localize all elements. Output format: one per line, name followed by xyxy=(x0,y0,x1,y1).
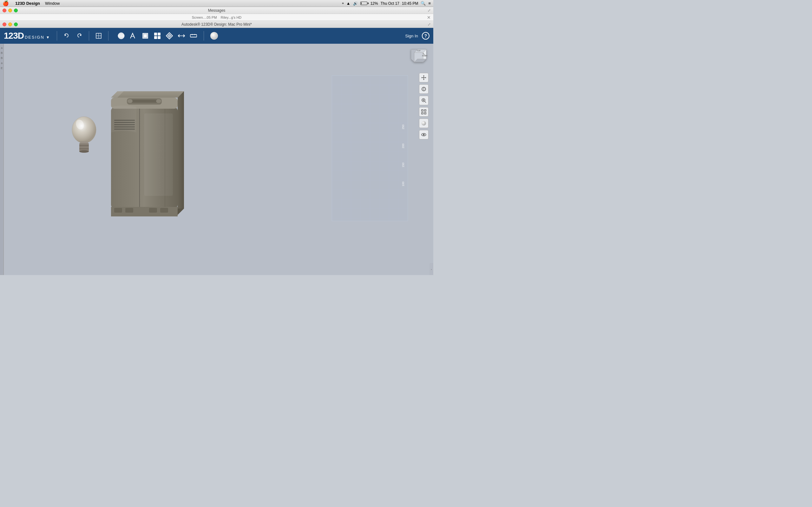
battery-percent: 12% xyxy=(370,1,378,6)
search-icon[interactable]: 🔍 xyxy=(420,1,426,6)
group-button[interactable] xyxy=(176,30,187,42)
svg-rect-82 xyxy=(424,112,426,114)
render-mode-control[interactable] xyxy=(419,118,428,128)
notification-expand[interactable]: ✕ xyxy=(427,15,431,20)
menu-window[interactable]: Window xyxy=(45,1,60,6)
svg-text:150: 150 xyxy=(402,163,405,167)
close-button[interactable] xyxy=(3,9,6,12)
construct-button[interactable] xyxy=(140,30,151,42)
svg-marker-64 xyxy=(177,91,184,215)
svg-rect-12 xyxy=(154,36,157,39)
notification-text: Screen....05 PM Riley...g's HD xyxy=(192,15,242,19)
svg-marker-1 xyxy=(80,34,81,36)
menu-app-name[interactable]: 123D Design xyxy=(15,1,40,6)
bluetooth-icon: ⌖ xyxy=(342,1,344,5)
svg-rect-56 xyxy=(160,208,168,213)
svg-text:RIGHT: RIGHT xyxy=(422,55,427,57)
view-cube[interactable]: TOP BACK RIGHT xyxy=(408,47,429,68)
svg-marker-71 xyxy=(425,77,426,78)
svg-line-76 xyxy=(425,101,426,103)
app-window-title: Autodesk® 123D® Design: Mac Pro Mini* xyxy=(182,22,252,26)
lightbulb-object[interactable] xyxy=(70,113,98,156)
measurement-plane: 100 150 200 250 xyxy=(332,75,408,221)
toolbar-right: Sign In ? xyxy=(405,32,429,40)
svg-rect-38 xyxy=(79,143,89,145)
svg-marker-65 xyxy=(177,209,184,215)
orbit-control[interactable] xyxy=(419,84,428,94)
macos-menubar: 🍎 123D Design Window ⌖ ▲ 🔊 12% Thu Oct 1… xyxy=(0,0,433,7)
measure-button[interactable] xyxy=(188,30,199,42)
fullscreen-button[interactable]: ⤢ xyxy=(427,8,431,13)
nav-controls xyxy=(419,72,428,139)
app-fullscreen-btn[interactable]: ⤢ xyxy=(427,22,431,26)
svg-rect-79 xyxy=(421,110,423,111)
modify-button[interactable] xyxy=(152,30,163,42)
svg-point-6 xyxy=(118,35,124,37)
apple-menu[interactable]: 🍎 xyxy=(3,0,9,6)
svg-rect-55 xyxy=(149,208,157,213)
svg-rect-53 xyxy=(114,208,122,213)
notification-bar: Screen....05 PM Riley...g's HD ✕ xyxy=(0,14,433,21)
svg-text:250: 250 xyxy=(402,124,405,129)
menubar-right: ⌖ ▲ 🔊 12% Thu Oct 17 10:45 PM 🔍 ≡ xyxy=(342,1,431,6)
lightbulb-svg xyxy=(70,113,98,155)
select-tool-button[interactable] xyxy=(94,31,104,41)
logo-dropdown-arrow[interactable]: ▼ xyxy=(46,35,50,40)
maximize-button[interactable] xyxy=(14,9,18,12)
volume-icon: 🔊 xyxy=(353,1,358,6)
svg-rect-10 xyxy=(154,33,157,36)
grid-svg: 100 150 200 250 xyxy=(332,75,408,221)
battery-icon xyxy=(360,2,367,5)
app-logo: 123D DESIGN ▼ xyxy=(4,31,50,41)
minimize-button[interactable] xyxy=(8,9,12,12)
toolbar-divider-2 xyxy=(89,31,89,41)
svg-point-50 xyxy=(128,99,133,103)
logo-123d: 123D xyxy=(4,31,24,41)
help-button[interactable]: ? xyxy=(422,32,429,40)
svg-rect-49 xyxy=(130,100,159,103)
svg-point-51 xyxy=(156,99,161,103)
main-viewport[interactable]: a B B a E TOP BACK RIGHT xyxy=(0,44,433,275)
right-panel-collapse[interactable]: › xyxy=(429,263,433,275)
app-traffic-lights xyxy=(3,22,18,26)
left-panel-item: B xyxy=(1,51,3,55)
left-panel-item: a xyxy=(1,46,3,49)
primitives-button[interactable] xyxy=(115,30,127,42)
svg-marker-69 xyxy=(423,79,424,80)
pan-control[interactable] xyxy=(419,73,428,82)
svg-rect-81 xyxy=(421,112,423,114)
svg-marker-68 xyxy=(423,75,424,76)
app-minimize-button[interactable] xyxy=(8,22,12,26)
left-panel-item: B xyxy=(1,56,3,60)
sign-in-button[interactable]: Sign In xyxy=(405,34,418,38)
mac-pro-mini-model[interactable] xyxy=(98,88,200,229)
app-maximize-button[interactable] xyxy=(14,22,18,26)
left-panel-item: E xyxy=(1,66,3,70)
svg-text:100: 100 xyxy=(402,181,405,186)
undo-button[interactable] xyxy=(61,31,72,41)
pattern-button[interactable] xyxy=(164,30,175,42)
notification-center-icon[interactable]: ≡ xyxy=(428,1,431,6)
zoom-control[interactable] xyxy=(419,96,428,105)
svg-rect-30 xyxy=(332,75,408,221)
toolbar-divider-1 xyxy=(57,31,57,41)
messages-window-chrome: Messages ⤢ xyxy=(0,7,433,14)
messages-window-title: Messages xyxy=(208,8,225,13)
svg-point-84 xyxy=(423,134,425,135)
svg-rect-37 xyxy=(80,141,88,143)
redo-button[interactable] xyxy=(74,31,84,41)
fit-view-control[interactable] xyxy=(419,107,428,117)
logo-design: DESIGN xyxy=(25,35,44,40)
toolbar-tools xyxy=(115,30,199,42)
visibility-control[interactable] xyxy=(419,130,428,139)
model-svg xyxy=(98,88,200,228)
material-button[interactable] xyxy=(208,30,220,42)
view-cube-svg: TOP BACK RIGHT xyxy=(408,47,429,68)
toolbar-divider-3 xyxy=(108,31,108,41)
app-window-chrome: Autodesk® 123D® Design: Mac Pro Mini* ⤢ xyxy=(0,21,433,28)
svg-rect-54 xyxy=(125,208,133,213)
app-close-button[interactable] xyxy=(3,22,6,26)
sketch-button[interactable] xyxy=(128,30,139,42)
svg-rect-39 xyxy=(79,145,89,147)
svg-point-35 xyxy=(72,117,96,143)
